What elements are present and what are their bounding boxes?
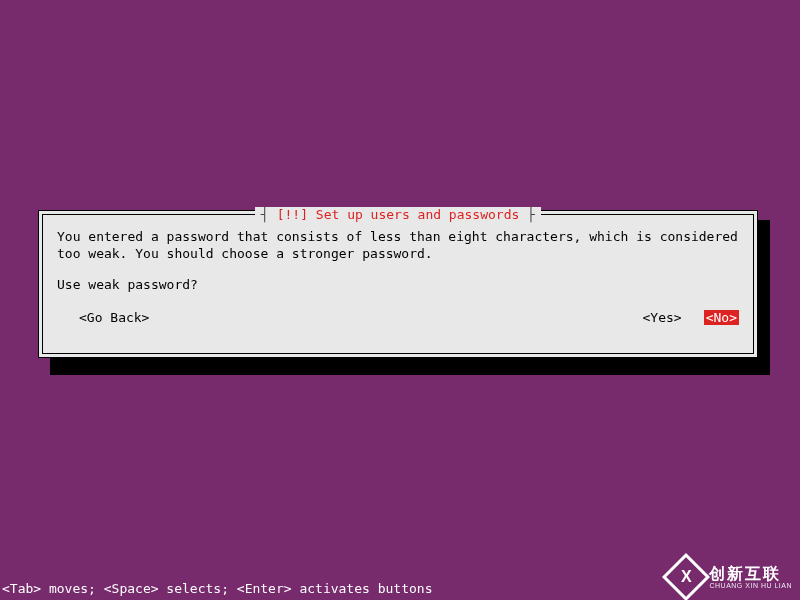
title-prefix: [!!]: [277, 207, 308, 222]
dialog: ┤ [!!] Set up users and passwords ├ You …: [38, 210, 758, 358]
watermark-logo-letter: X: [681, 568, 692, 586]
watermark-en: CHUANG XIN HU LIAN: [709, 582, 792, 589]
button-spacer: [149, 310, 642, 325]
dialog-body: You entered a password that consists of …: [57, 229, 739, 263]
watermark-cn: 创新互联: [709, 566, 792, 582]
watermark-logo-icon: X: [662, 553, 710, 600]
watermark: X 创新互联 CHUANG XIN HU LIAN: [669, 560, 792, 594]
yes-button[interactable]: <Yes>: [643, 310, 682, 325]
dialog-inner: ┤ [!!] Set up users and passwords ├ You …: [42, 214, 754, 354]
watermark-text: 创新互联 CHUANG XIN HU LIAN: [709, 566, 792, 589]
dialog-prompt: Use weak password?: [57, 277, 739, 292]
status-bar: <Tab> moves; <Space> selects; <Enter> ac…: [0, 579, 434, 598]
title-text: Set up users and passwords: [316, 207, 520, 222]
go-back-button[interactable]: <Go Back>: [79, 310, 149, 325]
no-button[interactable]: <No>: [704, 310, 739, 325]
title-frame-left: ┤: [261, 207, 277, 222]
title-frame-right: ├: [519, 207, 535, 222]
dialog-title: ┤ [!!] Set up users and passwords ├: [255, 207, 541, 222]
button-row: <Go Back> <Yes> <No>: [57, 310, 739, 325]
